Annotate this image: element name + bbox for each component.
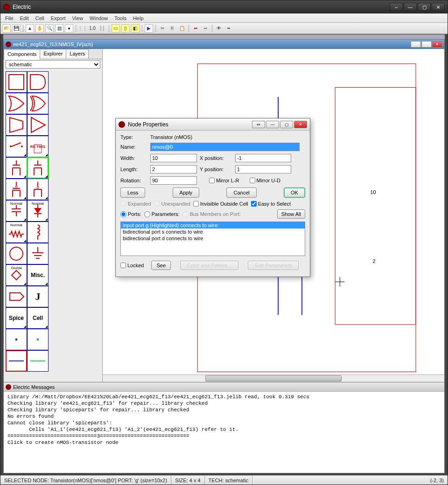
menu-window[interactable]: Window <box>87 14 111 22</box>
palette-switch[interactable] <box>6 136 27 157</box>
palette-xor[interactable] <box>27 93 49 114</box>
ruler-icon[interactable]: ┊┊ <box>98 24 106 33</box>
measure-icon[interactable]: ● <box>65 24 73 33</box>
tab-layers[interactable]: Layers <box>66 49 89 59</box>
palette-triangle[interactable] <box>27 114 49 136</box>
length-input[interactable] <box>150 165 197 173</box>
easy-select-checkbox[interactable]: Easy to Select <box>251 201 291 207</box>
dialog-help-button[interactable]: ⇔ <box>252 121 265 128</box>
cancel-button[interactable]: Cancel <box>226 187 256 198</box>
eye-closed-icon[interactable]: ━ <box>224 24 233 33</box>
mirror-lr-checkbox[interactable]: Mirror L-R <box>209 178 239 183</box>
ok-button[interactable]: OK <box>284 187 305 198</box>
mirror-ud-checkbox[interactable]: Mirror U-D <box>250 178 280 183</box>
cut-icon[interactable]: ✂ <box>158 24 167 33</box>
save-icon[interactable]: 💾 <box>12 24 21 33</box>
open-icon[interactable]: 📂 <box>2 24 11 33</box>
invisible-checkbox[interactable]: Invisible Outside Cell <box>193 201 248 207</box>
schematic-titlebar[interactable]: ee421_ecg621_f13:NMOS_IV{sch} — ▢ ✕ <box>4 40 444 49</box>
list-item[interactable]: bidirectional port d connects to wire <box>121 235 305 242</box>
palette-diode[interactable]: Normal <box>27 200 49 222</box>
pointer-icon[interactable]: ▲ <box>26 24 34 33</box>
menu-cell[interactable]: Cell <box>33 14 47 22</box>
menu-tools[interactable]: Tools <box>112 14 129 22</box>
child-minimize-button[interactable]: — <box>411 41 421 48</box>
menu-help[interactable]: Help <box>130 14 147 22</box>
select-area-icon[interactable]: ▯ <box>121 24 130 33</box>
palette-misc[interactable]: Misc. <box>27 264 49 286</box>
palette-vsource[interactable] <box>6 243 27 264</box>
menu-file[interactable]: File <box>2 14 16 22</box>
resize-arrows-icon[interactable]: ↔ <box>390 3 403 11</box>
maximize-button[interactable]: ▢ <box>418 3 431 11</box>
palette-cell[interactable]: Cell <box>27 307 49 329</box>
palette-resistor[interactable]: Normal <box>6 222 27 243</box>
less-button[interactable]: Less <box>120 187 145 198</box>
palette-nmos4[interactable] <box>27 179 49 200</box>
minimize-button[interactable]: — <box>404 3 417 11</box>
messages-body[interactable]: Library /H:/Matt/Dropbox/EE421%20Lab/ee4… <box>4 392 444 473</box>
titlebar[interactable]: Electric ↔ — ▢ ✕ <box>0 0 448 14</box>
tab-components[interactable]: Components <box>4 49 40 59</box>
select-objects-icon[interactable]: ▭ <box>112 24 120 33</box>
dialog-maximize-button[interactable]: ▢ <box>280 121 293 128</box>
palette-spice[interactable]: Spice <box>6 307 27 329</box>
palette-bus[interactable] <box>27 350 49 372</box>
apply-button[interactable]: Apply <box>173 187 200 198</box>
dialog-titlebar[interactable]: Node Properties ⇔ — ▢ ✕ <box>116 118 310 131</box>
parameters-radio[interactable]: Parameters: <box>144 211 180 217</box>
redo-icon[interactable]: ➡ <box>201 24 210 33</box>
arrow-tool-icon[interactable]: ▶ <box>145 24 153 33</box>
menu-view[interactable]: View <box>69 14 86 22</box>
zoom-icon[interactable]: 🔍 <box>45 24 54 33</box>
close-button[interactable]: ✕ <box>432 3 445 11</box>
tab-explorer[interactable]: Explorer <box>40 49 66 59</box>
palette-inductor[interactable] <box>27 222 49 243</box>
select-special-icon[interactable]: ◧ <box>131 24 140 33</box>
menu-edit[interactable]: Edit <box>17 14 32 22</box>
ports-listbox[interactable]: input port g (Highlighted) connects to w… <box>120 222 305 256</box>
paste-icon[interactable]: 📋 <box>178 24 186 33</box>
see-button[interactable]: See <box>151 261 171 270</box>
palette-josephson[interactable]: J <box>27 286 49 307</box>
copy-icon[interactable]: ⎘ <box>168 24 176 33</box>
list-item[interactable]: bidirectional port s connects to wire <box>121 229 305 235</box>
dialog-minimize-button[interactable]: — <box>266 121 279 128</box>
grid-icon[interactable]: ⋮⋮ <box>78 24 87 33</box>
width-input[interactable] <box>150 154 197 162</box>
child-maximize-button[interactable]: ▢ <box>421 41 432 48</box>
palette-capacitor[interactable]: Normal <box>6 200 27 222</box>
palette-pmos4[interactable] <box>6 179 27 200</box>
menu-export[interactable]: Export <box>48 14 69 22</box>
technology-select[interactable]: schematic <box>6 60 100 69</box>
palette-ground[interactable] <box>27 243 49 264</box>
undo-icon[interactable]: ⬅ <box>191 24 200 33</box>
palette-mux[interactable] <box>6 114 27 136</box>
rotation-input[interactable] <box>150 176 197 185</box>
palette-buffer[interactable] <box>6 71 27 93</box>
child-close-button[interactable]: ✕ <box>432 41 442 48</box>
ports-radio[interactable]: Ports: <box>120 211 141 217</box>
palette-pin-blue[interactable] <box>6 329 27 350</box>
horizontal-scrollbar[interactable] <box>103 374 444 382</box>
marquee-icon[interactable]: ▧ <box>55 24 63 33</box>
palette-and[interactable] <box>27 71 49 93</box>
palette-global[interactable]: Global <box>6 264 27 286</box>
showall-button[interactable]: Show All <box>277 209 305 219</box>
messages-titlebar[interactable]: Electric Messages <box>4 382 444 392</box>
hand-icon[interactable]: ✋ <box>35 24 44 33</box>
locked-checkbox[interactable]: Locked <box>120 263 144 268</box>
palette-flipflop[interactable]: RS TM/S <box>27 136 49 157</box>
xpos-input[interactable] <box>235 154 291 162</box>
list-item[interactable]: input port g (Highlighted) connects to w… <box>121 222 305 229</box>
palette-pin-green[interactable] <box>27 329 49 350</box>
palette-offpage[interactable] <box>6 286 27 307</box>
palette-pmos[interactable] <box>6 157 27 179</box>
palette-nmos[interactable] <box>27 157 49 179</box>
name-input[interactable] <box>150 143 300 151</box>
palette-or[interactable] <box>6 93 27 114</box>
dialog-close-button[interactable]: ✕ <box>294 121 307 128</box>
ypos-input[interactable] <box>235 165 291 173</box>
eye-open-icon[interactable]: 👁 <box>215 24 223 33</box>
palette-wire[interactable] <box>6 350 27 372</box>
